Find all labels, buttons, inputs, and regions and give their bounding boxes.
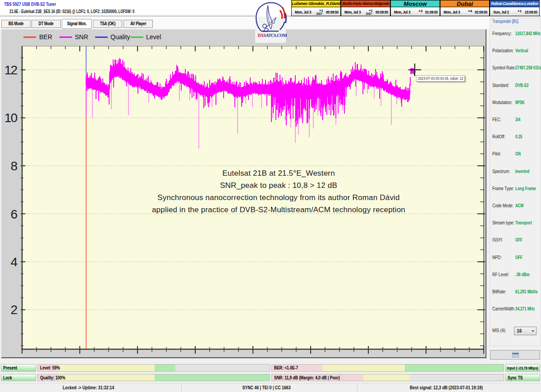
svg-text:DXSATCS.COM: DXSATCS.COM	[258, 33, 287, 38]
